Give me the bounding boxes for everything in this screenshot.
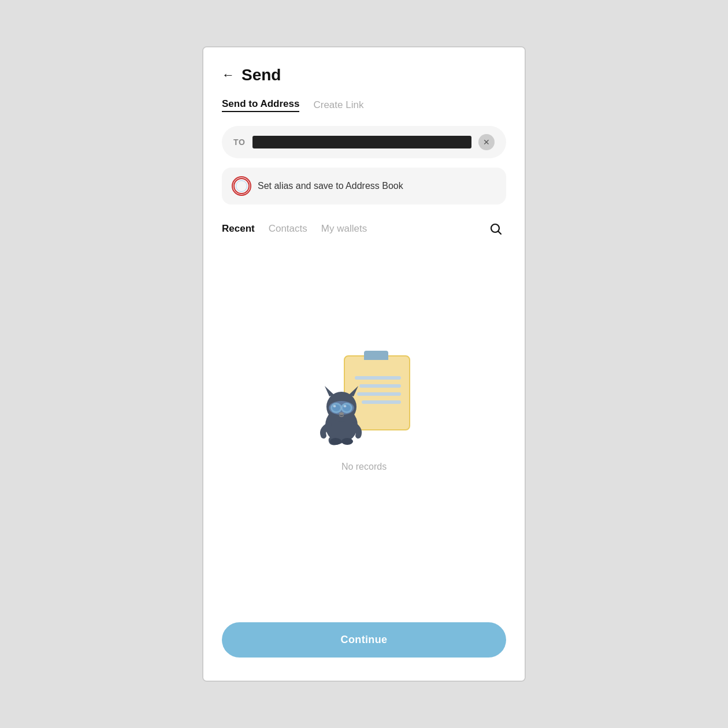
address-input[interactable] (252, 136, 471, 148)
no-records-text: No records (341, 462, 387, 472)
svg-point-13 (330, 438, 341, 445)
tab-recent[interactable]: Recent (222, 223, 255, 235)
to-label: TO (233, 138, 246, 147)
screen: ← Send Send to Address Create Link TO ✕ … (203, 47, 525, 681)
checkbox-inner (236, 180, 247, 192)
tab-create-link[interactable]: Create Link (313, 99, 363, 111)
svg-point-15 (333, 405, 336, 407)
continue-button[interactable]: Continue (222, 622, 506, 658)
svg-point-16 (344, 405, 347, 407)
back-button[interactable]: ← (222, 68, 235, 83)
svg-line-1 (499, 232, 502, 235)
empty-state: No records (203, 248, 525, 613)
tab-send-to-address[interactable]: Send to Address (222, 98, 299, 112)
svg-marker-5 (348, 386, 358, 396)
svg-marker-4 (325, 386, 335, 396)
search-icon (489, 222, 503, 236)
tab-my-wallets[interactable]: My wallets (321, 223, 367, 235)
cat-character (314, 379, 369, 445)
checkbox-circle (233, 178, 250, 194)
clipboard-clip (364, 351, 388, 360)
svg-point-14 (341, 438, 353, 445)
save-to-address-book-row[interactable]: Set alias and save to Address Book (222, 168, 506, 205)
top-tabs: Send to Address Create Link (203, 94, 525, 121)
checkbox-outline (233, 178, 250, 194)
close-icon: ✕ (483, 138, 490, 147)
page-title: Send (242, 66, 281, 84)
section-tabs: Recent Contacts My wallets (203, 218, 525, 248)
svg-point-12 (339, 412, 344, 415)
search-button[interactable] (485, 218, 506, 239)
empty-illustration (312, 344, 416, 448)
tab-contacts[interactable]: Contacts (269, 223, 307, 235)
clear-button[interactable]: ✕ (478, 134, 495, 150)
checkbox-label: Set alias and save to Address Book (258, 181, 403, 191)
continue-btn-wrapper: Continue (203, 613, 525, 681)
to-input-container: TO ✕ (222, 126, 506, 158)
phone-frame: ← Send Send to Address Create Link TO ✕ … (202, 46, 526, 682)
header: ← Send (203, 47, 525, 94)
svg-rect-11 (341, 407, 342, 409)
